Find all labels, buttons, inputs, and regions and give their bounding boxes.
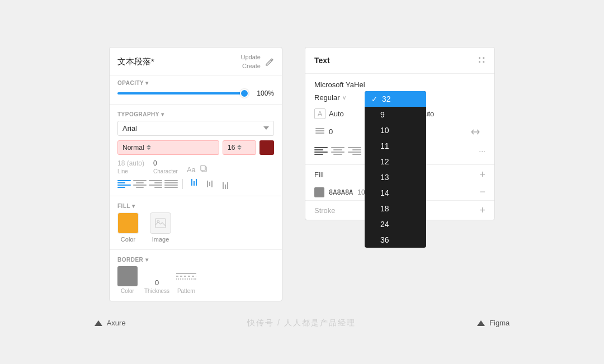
figma-size-selected-item[interactable]: ✓ 32: [365, 91, 426, 107]
char-label: Character: [153, 168, 178, 174]
pattern-line-2: [176, 276, 196, 277]
axure-header: 文本段落* Update Create: [110, 48, 282, 75]
fill-image-box[interactable]: [150, 212, 171, 234]
update-label[interactable]: Update: [241, 53, 261, 62]
figma-size-18[interactable]: 18: [365, 201, 426, 216]
figma-fill-remove[interactable]: −: [479, 186, 485, 198]
auto-value: Auto: [329, 110, 346, 118]
border-color-item: Color: [117, 266, 138, 294]
border-color-box[interactable]: [117, 266, 138, 286]
border-color-label: Color: [117, 288, 138, 294]
align-justify-btn[interactable]: [164, 179, 178, 189]
figma-align-right[interactable]: [348, 145, 361, 157]
char-field: 0 Character: [153, 159, 178, 174]
border-pattern-item: Pattern: [176, 266, 196, 294]
figma-size-13[interactable]: 13: [365, 169, 426, 185]
axure-bottom-label: Axure: [95, 319, 126, 327]
figma-size-9[interactable]: 9: [365, 107, 426, 122]
align-center-btn[interactable]: [133, 179, 147, 189]
figma-size-11[interactable]: 11: [365, 138, 426, 154]
svg-rect-5: [315, 130, 324, 131]
align-separator: [182, 179, 183, 189]
fill-image-label: Image: [152, 236, 169, 243]
figma-size-14[interactable]: 14: [365, 185, 426, 201]
opacity-slider[interactable]: [117, 92, 249, 94]
figma-size-36[interactable]: 36: [365, 232, 426, 248]
line-field: 18 (auto) Line: [117, 159, 144, 174]
font-family-select[interactable]: Arial: [117, 121, 274, 136]
valign-bottom-btn[interactable]: [219, 179, 232, 189]
figma-style-button[interactable]: Regular ∨: [314, 93, 346, 102]
text-format-icons: Aa: [187, 165, 208, 174]
size-input-wrapper[interactable]: 16: [223, 140, 256, 155]
svg-rect-6: [315, 133, 324, 134]
zero-value: 0: [329, 127, 346, 136]
figma-size-10[interactable]: 10: [365, 122, 426, 138]
figma-stroke-add[interactable]: +: [479, 205, 485, 215]
opacity-value: 100%: [254, 89, 274, 97]
fill-image-item[interactable]: Image: [150, 212, 171, 243]
figma-fill-add[interactable]: +: [479, 169, 485, 179]
font-style-value: Normal: [122, 144, 144, 152]
fill-color-label: Color: [121, 236, 135, 243]
border-pattern-label: Pattern: [176, 288, 196, 294]
edit-icon[interactable]: [265, 58, 274, 67]
fill-label: FILL ▾: [117, 203, 274, 209]
watermark: 快传号 / 人人都是产品经理: [247, 318, 356, 328]
figma-size-12[interactable]: 12: [365, 154, 426, 169]
figma-style-size-row: Regular ∨ ✓ 32 9 10 11 12 13 14 18 2: [314, 91, 485, 104]
axure-label: Axure: [107, 319, 126, 327]
figma-size-24[interactable]: 24: [365, 216, 426, 232]
fill-section: FILL ▾ Color Image: [110, 198, 282, 247]
aa-icon[interactable]: Aa: [187, 166, 196, 174]
figma-align-center[interactable]: [331, 145, 345, 157]
figma-more-options[interactable]: ···: [479, 146, 485, 155]
text-color-swatch[interactable]: [259, 140, 274, 155]
border-pattern-box[interactable]: [176, 266, 196, 286]
border-thickness-value: 0: [155, 278, 159, 287]
figma-font-family: Microsoft YaHei: [314, 78, 485, 91]
fill-color-item[interactable]: Color: [117, 212, 139, 243]
style-spin-arrows[interactable]: [147, 145, 151, 150]
border-thickness-label: Thickness: [144, 288, 169, 294]
axure-panel: 文本段落* Update Create OPACITY ▾ 100%: [109, 47, 282, 301]
size-spin-up[interactable]: [237, 145, 242, 147]
figma-selected-size: 32: [382, 94, 391, 103]
spin-down[interactable]: [147, 148, 151, 150]
size-spin-arrows[interactable]: [237, 145, 242, 150]
figma-fill-label: Fill: [314, 171, 324, 179]
align-left-btn[interactable]: [117, 179, 131, 189]
align-right-btn[interactable]: [149, 179, 162, 189]
figma-align-left[interactable]: [314, 145, 328, 157]
spin-up[interactable]: [147, 145, 151, 147]
style-select-wrapper[interactable]: Normal: [117, 140, 219, 155]
opacity-row: 100%: [117, 89, 274, 97]
style-row: Normal 16: [117, 140, 274, 155]
letter-A-icon: A: [314, 108, 325, 119]
figma-triangle-icon: [477, 320, 485, 326]
figma-fill-hex: 8A8A8A: [329, 188, 353, 196]
line-value: 18 (auto): [117, 159, 144, 167]
typography-label: TYPOGRAPHY ▾: [117, 111, 274, 117]
line-char-row: 18 (auto) Line 0 Character Aa: [117, 159, 274, 174]
copy-icon[interactable]: [200, 165, 208, 174]
figma-font-section: Microsoft YaHei Regular ∨ ✓ 32 9 10 11 1…: [305, 74, 494, 164]
figma-options-dots[interactable]: ∷: [478, 54, 485, 67]
pattern-line-3: [176, 278, 196, 280]
figma-fill-swatch[interactable]: [314, 187, 324, 197]
figma-style-value: Regular: [314, 93, 340, 102]
create-label[interactable]: Create: [242, 62, 261, 70]
svg-rect-4: [315, 128, 324, 129]
svg-rect-1: [201, 166, 205, 171]
figma-size-dropdown[interactable]: ✓ 32 9 10 11 12 13 14 18 24 36: [365, 91, 426, 248]
bottom-labels: Axure 快传号 / 人人都是产品经理 Figma: [0, 313, 604, 328]
fill-color-box[interactable]: [117, 212, 139, 234]
size-spin-down[interactable]: [237, 148, 242, 150]
opacity-section: OPACITY ▾ 100%: [110, 75, 282, 102]
border-section: BORDER ▾ Color 0 Thickness Pattern: [110, 252, 282, 301]
axure-actions: Update Create: [241, 53, 261, 70]
text-align-row: [117, 179, 274, 189]
valign-middle-btn[interactable]: [203, 179, 216, 189]
valign-top-btn[interactable]: [187, 179, 201, 189]
border-items: Color 0 Thickness Pattern: [117, 266, 274, 294]
